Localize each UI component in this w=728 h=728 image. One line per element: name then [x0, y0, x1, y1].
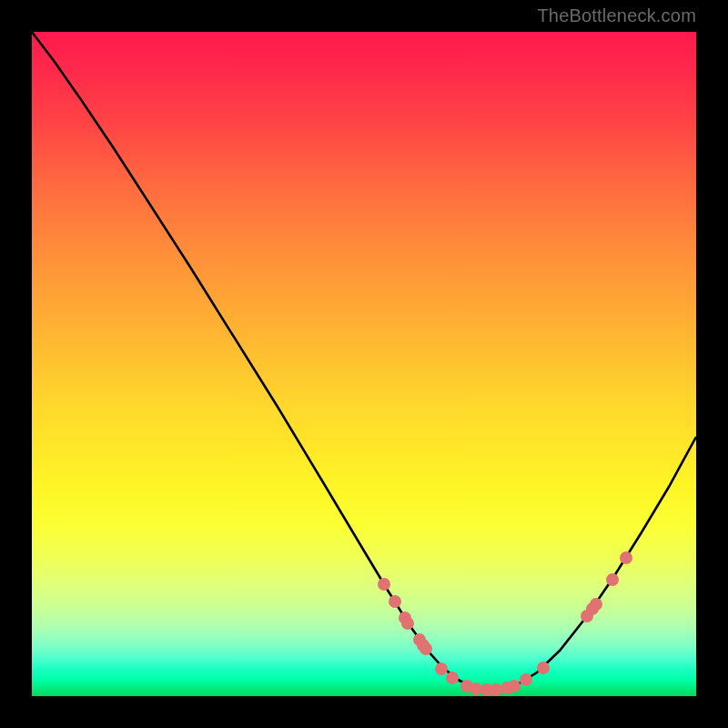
data-point [537, 662, 550, 674]
data-point [490, 683, 502, 696]
chart-frame: TheBottleneck.com [0, 0, 728, 728]
data-point [606, 573, 619, 586]
data-point [446, 672, 459, 684]
data-point [420, 642, 432, 655]
data-point [435, 662, 448, 675]
data-point [470, 682, 482, 695]
bottleneck-curve [32, 32, 696, 696]
data-point [590, 598, 602, 611]
plot-area [32, 32, 696, 696]
curve-line [32, 32, 696, 690]
data-point [508, 680, 521, 693]
data-points [378, 551, 632, 696]
data-point [520, 673, 532, 686]
attribution-text: TheBottleneck.com [537, 5, 696, 26]
data-point [620, 551, 632, 564]
data-point [401, 617, 414, 630]
data-point [378, 578, 390, 591]
data-point [389, 595, 401, 608]
